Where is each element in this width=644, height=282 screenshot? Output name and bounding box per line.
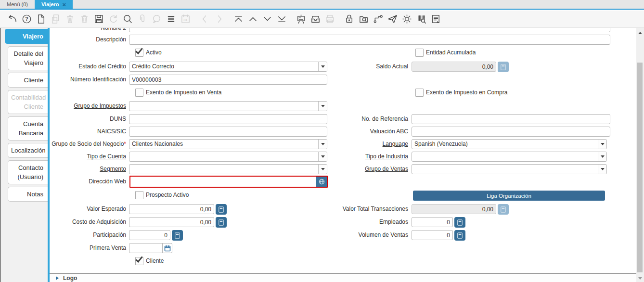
globe-icon[interactable] [316,177,327,187]
tipo-cuenta-select[interactable] [129,152,327,162]
undo-icon[interactable] [5,12,19,26]
grid-toggle-icon[interactable] [164,12,178,26]
sidebar-item-cliente[interactable]: Cliente [8,73,48,88]
calculator-button[interactable] [216,204,227,215]
toolbar: ? 31 [0,11,644,28]
participacion-input[interactable] [129,230,170,240]
field-label-language[interactable]: Language [312,139,408,149]
product-info-icon[interactable] [414,12,428,26]
lock-icon[interactable] [342,12,356,26]
detail-view-icon[interactable] [294,12,308,26]
field-label-estado-credito: Estado del Crédito [50,62,126,72]
find-icon[interactable] [120,12,135,26]
calculator-button[interactable] [454,230,465,241]
chevron-down-icon[interactable] [598,165,606,174]
last-record-icon[interactable] [274,12,289,26]
field-label-valor-total: Valor Total Transacciones [312,204,408,214]
field-label-valor-esperado: Valor Esperado [50,204,126,214]
field-label-valuacion-abc: Valuación ABC [312,127,408,137]
volumen-ventas-input[interactable] [412,230,453,240]
checkbox-box [135,49,143,57]
zoom-across-icon[interactable] [356,12,371,26]
workflow-icon[interactable] [371,12,385,26]
no-referencia-input[interactable] [412,114,610,124]
preferences-icon[interactable] [399,12,414,26]
exento-impuesto-venta-checkbox[interactable]: Exento de Impuesto en Venta [135,88,221,97]
vertical-scrollbar[interactable] [636,28,644,282]
sidebar-item-notas[interactable]: Notas [8,187,48,202]
grupo-socio-select[interactable]: Clientes Nacionales [129,139,327,149]
sidebar-item-cuenta-bancaria[interactable]: Cuenta Bancaria [8,116,48,141]
help-icon[interactable]: ? [19,12,34,26]
chat-icon[interactable] [149,12,164,26]
delete-record-icon[interactable] [63,12,77,26]
grupo-ventas-select[interactable] [412,164,607,174]
valor-esperado-input[interactable] [129,204,214,214]
empleados-input[interactable] [412,217,453,227]
report-icon[interactable] [428,12,443,26]
calendar-picker-icon[interactable] [162,243,172,253]
window-tabbar: Menú (0) Viajero × [0,0,644,10]
scrollbar-thumb[interactable] [637,63,643,272]
previous-record-icon[interactable] [197,12,212,26]
parent-record-icon[interactable] [245,12,260,26]
field-label-tipo-cuenta[interactable]: Tipo de Cuenta [50,152,126,162]
liga-organizacion-button[interactable]: Liga Organización [413,191,605,201]
nombre2-input[interactable] [129,28,610,32]
estado-credito-select[interactable]: Crédito Correcto [129,62,327,72]
sidebar-item-contacto-usuario[interactable]: Contacto (Usuario) [8,160,48,184]
field-label-grupo-impuestos[interactable]: Grupo de Impuestos [50,101,126,111]
calculator-button[interactable] [216,217,227,228]
prospecto-activo-checkbox[interactable]: Prospecto Activo [135,191,189,199]
entidad-acumulada-checkbox[interactable]: Entidad Acumulada [415,48,476,57]
next-record-icon[interactable] [212,12,226,26]
calculator-button[interactable] [172,230,183,241]
field-label-no-referencia: No. de Referencia [312,114,408,124]
field-label-segmento[interactable]: Segmento [50,164,126,174]
chevron-down-icon[interactable] [318,102,327,111]
logo-section-header[interactable]: Logo [50,273,636,282]
detail-record-icon[interactable] [260,12,274,26]
grupo-impuestos-select[interactable] [129,101,327,111]
print-icon[interactable] [322,12,337,26]
cliente-checkbox[interactable]: Cliente [135,256,164,265]
scroll-up-icon[interactable] [636,29,644,37]
duns-input[interactable] [129,114,327,124]
field-label-grupo-socio[interactable]: Grupo de Socio del Negocio* [50,139,126,149]
chevron-down-icon[interactable] [598,140,606,149]
expand-arrow-icon[interactable] [56,276,59,280]
valuacion-abc-input[interactable] [412,127,610,137]
field-label-grupo-ventas[interactable]: Grupo de Ventas [312,164,408,174]
tab-menu[interactable]: Menú (0) [0,0,35,9]
field-label-tipo-industria[interactable]: Tipo de Industria [312,152,408,162]
calendar-icon[interactable]: 31 [178,12,193,26]
naics-input[interactable] [129,127,327,137]
request-icon[interactable] [385,12,399,26]
numero-identificacion-input[interactable] [129,75,327,85]
new-record-icon[interactable] [34,12,48,26]
tipo-industria-select[interactable] [412,152,607,162]
chevron-down-icon[interactable] [598,152,606,161]
exento-impuesto-compra-checkbox[interactable]: Exento de Impuesto en Compra [415,88,507,97]
first-record-icon[interactable] [231,12,245,26]
scroll-down-icon[interactable] [636,274,644,282]
activo-checkbox[interactable]: Activo [135,48,162,57]
costo-adquisicion-input[interactable] [129,217,214,227]
refresh-icon[interactable] [106,12,120,26]
checkbox-box [135,89,143,97]
save-icon[interactable] [91,12,106,26]
language-select[interactable]: Spanish (Venezuela) [412,139,607,149]
descripcion-input[interactable] [129,35,610,45]
sidebar-item-viajero[interactable]: Viajero [5,29,48,44]
segmento-select[interactable] [129,164,327,174]
close-icon[interactable]: × [63,1,66,8]
copy-record-icon[interactable] [48,12,63,26]
sidebar-item-localizacion[interactable]: Localización [8,143,48,158]
sidebar-item-detalle-del-viajero[interactable]: Detalle del Viajero [8,46,48,70]
tab-viajero[interactable]: Viajero × [35,0,73,9]
archive-icon[interactable] [308,12,322,26]
delete-selection-icon[interactable] [77,12,91,26]
direccion-web-input[interactable] [130,177,316,187]
calculator-button[interactable] [454,217,465,228]
attachment-icon[interactable] [135,12,149,26]
